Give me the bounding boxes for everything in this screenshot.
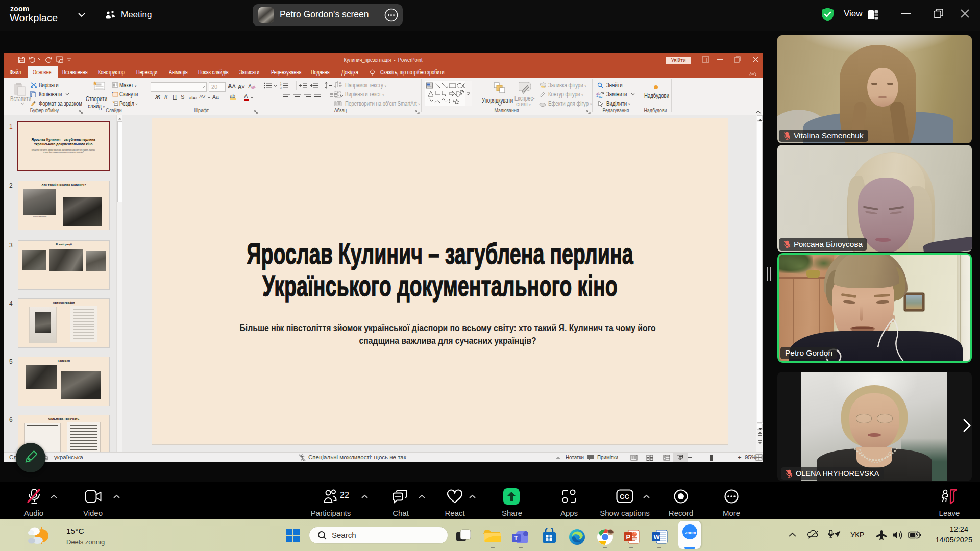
svg-text:T: T <box>514 535 518 542</box>
svg-text:zoom: zoom <box>685 531 696 535</box>
svg-text:W: W <box>654 533 660 541</box>
svg-text:CC: CC <box>620 493 629 500</box>
svg-text:+ac: +ac <box>596 94 603 98</box>
svg-text:А: А <box>339 81 342 85</box>
svg-text:P: P <box>626 533 631 541</box>
svg-text:3: 3 <box>280 87 282 89</box>
